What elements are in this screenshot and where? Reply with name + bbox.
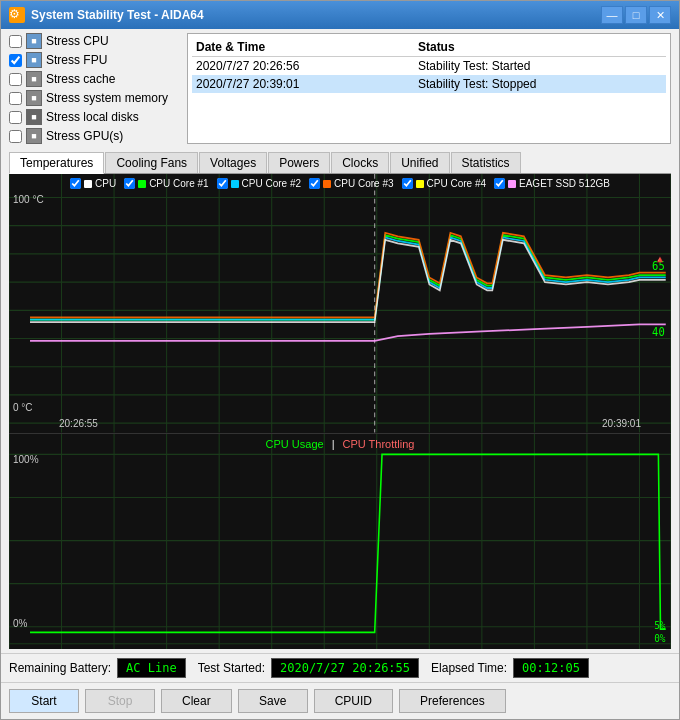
legend-eaget-ssd: EAGET SSD 512GB bbox=[494, 178, 610, 189]
log-row-2[interactable]: 2020/7/27 20:39:01 Stability Test: Stopp… bbox=[192, 75, 666, 93]
legend-cpu-throttle: CPU Throttling bbox=[343, 438, 415, 450]
log-row-1[interactable]: 2020/7/27 20:26:56 Stability Test: Start… bbox=[192, 57, 666, 76]
svg-text:0%: 0% bbox=[654, 632, 665, 643]
stress-fpu-checkbox[interactable] bbox=[9, 54, 22, 67]
stress-fpu-item: ■ Stress FPU bbox=[9, 52, 179, 68]
test-started-status: Test Started: 2020/7/27 20:26:55 bbox=[198, 658, 419, 678]
fpu-icon: ■ bbox=[26, 52, 42, 68]
test-started-value: 2020/7/27 20:26:55 bbox=[271, 658, 419, 678]
status-bar: Remaining Battery: AC Line Test Started:… bbox=[1, 653, 679, 682]
stress-cache-label: Stress cache bbox=[46, 72, 115, 86]
chart1-x-start: 20:26:55 bbox=[59, 418, 98, 429]
legend-cpu: CPU bbox=[70, 178, 116, 189]
svg-rect-28 bbox=[9, 434, 671, 649]
legend-core3-dot bbox=[323, 180, 331, 188]
chart1-y-max: 100 °C bbox=[13, 194, 44, 205]
stress-disks-label: Stress local disks bbox=[46, 110, 139, 124]
log-datetime-2: 2020/7/27 20:39:01 bbox=[192, 75, 414, 93]
chart2-usage-label: CPU Usage bbox=[266, 438, 324, 450]
tabs-section: Temperatures Cooling Fans Voltages Power… bbox=[9, 150, 671, 649]
legend-core4-check[interactable] bbox=[402, 178, 413, 189]
legend-ssd-label: EAGET SSD 512GB bbox=[519, 178, 610, 189]
stress-gpu-checkbox[interactable] bbox=[9, 130, 22, 143]
charts-area: CPU CPU Core #1 CPU Core #2 bbox=[9, 174, 671, 649]
stress-cpu-checkbox[interactable] bbox=[9, 35, 22, 48]
legend-cpu-check[interactable] bbox=[70, 178, 81, 189]
svg-text:40: 40 bbox=[652, 326, 665, 340]
legend-ssd-check[interactable] bbox=[494, 178, 505, 189]
titlebar: ⚙ System Stability Test - AIDA64 — □ ✕ bbox=[1, 1, 679, 29]
stress-memory-item: ■ Stress system memory bbox=[9, 90, 179, 106]
stress-memory-checkbox[interactable] bbox=[9, 92, 22, 105]
legend-sep: | bbox=[332, 438, 335, 450]
minimize-button[interactable]: — bbox=[601, 6, 623, 24]
cpu-icon: ■ bbox=[26, 33, 42, 49]
legend-cpu-core4: CPU Core #4 bbox=[402, 178, 486, 189]
save-button[interactable]: Save bbox=[238, 689, 308, 713]
stress-gpu-label: Stress GPU(s) bbox=[46, 129, 123, 143]
battery-label: Remaining Battery: bbox=[9, 661, 111, 675]
disks-icon: ■ bbox=[26, 109, 42, 125]
tab-voltages[interactable]: Voltages bbox=[199, 152, 267, 173]
legend-core2-check[interactable] bbox=[217, 178, 228, 189]
chart2-sep: | bbox=[332, 438, 335, 450]
legend-core4-label: CPU Core #4 bbox=[427, 178, 486, 189]
log-status-2: Stability Test: Stopped bbox=[414, 75, 666, 93]
chart1-legend: CPU CPU Core #1 CPU Core #2 bbox=[9, 176, 671, 191]
close-button[interactable]: ✕ bbox=[649, 6, 671, 24]
content-area: ■ Stress CPU ■ Stress FPU ■ Stress cache… bbox=[1, 29, 679, 653]
legend-ssd-dot bbox=[508, 180, 516, 188]
tab-clocks[interactable]: Clocks bbox=[331, 152, 389, 173]
stop-button[interactable]: Stop bbox=[85, 689, 155, 713]
chart2-y-max: 100% bbox=[13, 454, 39, 465]
chart1-x-end: 20:39:01 bbox=[602, 418, 641, 429]
preferences-button[interactable]: Preferences bbox=[399, 689, 506, 713]
legend-cpu-dot bbox=[84, 180, 92, 188]
elapsed-value: 00:12:05 bbox=[513, 658, 589, 678]
elapsed-time-status: Elapsed Time: 00:12:05 bbox=[431, 658, 589, 678]
legend-core1-check[interactable] bbox=[124, 178, 135, 189]
legend-cpu-core3: CPU Core #3 bbox=[309, 178, 393, 189]
chart2-throttle-label: CPU Throttling bbox=[343, 438, 415, 450]
cpuid-button[interactable]: CPUID bbox=[314, 689, 393, 713]
svg-text:5%: 5% bbox=[654, 619, 665, 630]
stress-disks-item: ■ Stress local disks bbox=[9, 109, 179, 125]
tab-cooling-fans[interactable]: Cooling Fans bbox=[105, 152, 198, 173]
tab-temperatures[interactable]: Temperatures bbox=[9, 152, 104, 174]
temperature-chart: CPU CPU Core #1 CPU Core #2 bbox=[9, 174, 671, 434]
test-started-label: Test Started: bbox=[198, 661, 265, 675]
log-datetime-1: 2020/7/27 20:26:56 bbox=[192, 57, 414, 76]
chart1-y-min: 0 °C bbox=[13, 402, 33, 413]
chart2-y-min: 0% bbox=[13, 618, 27, 629]
stress-cache-checkbox[interactable] bbox=[9, 73, 22, 86]
tab-powers[interactable]: Powers bbox=[268, 152, 330, 173]
log-panel: Date & Time Status 2020/7/27 20:26:56 St… bbox=[187, 33, 671, 144]
maximize-button[interactable]: □ bbox=[625, 6, 647, 24]
stress-panel: ■ Stress CPU ■ Stress FPU ■ Stress cache… bbox=[9, 33, 179, 144]
legend-core2-label: CPU Core #2 bbox=[242, 178, 301, 189]
start-button[interactable]: Start bbox=[9, 689, 79, 713]
tab-header: Temperatures Cooling Fans Voltages Power… bbox=[9, 150, 671, 174]
tab-unified[interactable]: Unified bbox=[390, 152, 449, 173]
tab-statistics[interactable]: Statistics bbox=[451, 152, 521, 173]
top-section: ■ Stress CPU ■ Stress FPU ■ Stress cache… bbox=[9, 33, 671, 144]
log-status-1: Stability Test: Started bbox=[414, 57, 666, 76]
stress-fpu-label: Stress FPU bbox=[46, 53, 107, 67]
app-icon: ⚙ bbox=[9, 7, 25, 23]
stress-memory-label: Stress system memory bbox=[46, 91, 168, 105]
temperature-svg: 65 🔺 40 bbox=[9, 174, 671, 433]
legend-core2-dot bbox=[231, 180, 239, 188]
main-window: ⚙ System Stability Test - AIDA64 — □ ✕ ■… bbox=[0, 0, 680, 720]
clear-button[interactable]: Clear bbox=[161, 689, 232, 713]
log-col-datetime: Date & Time bbox=[192, 38, 414, 57]
cache-icon: ■ bbox=[26, 71, 42, 87]
stress-disks-checkbox[interactable] bbox=[9, 111, 22, 124]
svg-text:🔺: 🔺 bbox=[654, 253, 666, 267]
legend-core3-check[interactable] bbox=[309, 178, 320, 189]
cpu-usage-svg: 5% 0% bbox=[9, 434, 671, 649]
chart2-legend: CPU Usage | CPU Throttling bbox=[9, 436, 671, 452]
elapsed-label: Elapsed Time: bbox=[431, 661, 507, 675]
legend-cpu-core1: CPU Core #1 bbox=[124, 178, 208, 189]
cpu-usage-chart: CPU Usage | CPU Throttling bbox=[9, 434, 671, 649]
legend-core1-label: CPU Core #1 bbox=[149, 178, 208, 189]
